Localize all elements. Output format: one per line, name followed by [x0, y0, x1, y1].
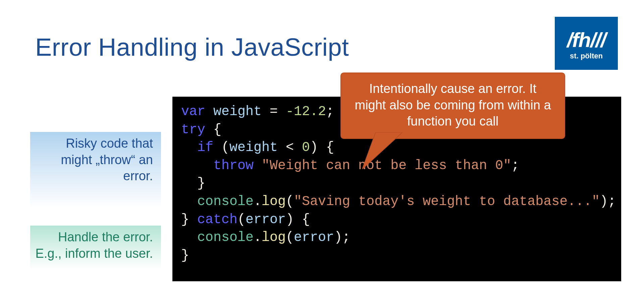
ident-error: error	[246, 212, 286, 227]
kw-var: var	[181, 104, 205, 119]
fh-logo: /fh/// st. pölten	[555, 17, 618, 70]
logo-sub: st. pölten	[570, 52, 603, 60]
kw-if: if	[197, 140, 213, 155]
callout-bubble: Intentionally cause an error. It might a…	[340, 73, 565, 139]
obj-console: console	[197, 194, 254, 209]
svg-marker-0	[362, 132, 402, 169]
kw-catch: catch	[197, 212, 237, 227]
kw-throw: throw	[213, 158, 254, 173]
fn-log: log	[262, 194, 286, 209]
note-catch-block: Handle the error. E.g., inform the user.	[30, 226, 161, 269]
num-neg: -12.2	[286, 104, 326, 119]
kw-try: try	[181, 122, 205, 137]
str-save: "Saving today's weight to database..."	[294, 194, 600, 209]
note-try-block: Risky code that might „throw“ an error.	[30, 132, 161, 207]
logo-main: /fh///	[567, 30, 605, 50]
num-zero: 0	[302, 140, 310, 155]
slide: Error Handling in JavaScript /fh/// st. …	[0, 0, 644, 289]
slide-title: Error Handling in JavaScript	[35, 33, 349, 61]
ident-weight: weight	[213, 104, 262, 119]
